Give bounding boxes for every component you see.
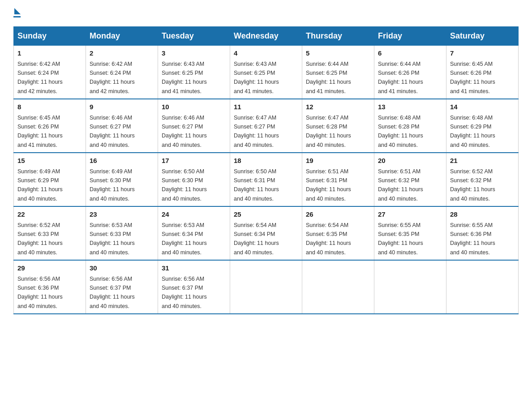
day-number: 12 <box>306 102 370 112</box>
day-cell: 11 Sunrise: 6:47 AMSunset: 6:27 PMDaylig… <box>230 99 302 153</box>
header-cell-thursday: Thursday <box>302 27 374 46</box>
day-info: Sunrise: 6:43 AMSunset: 6:25 PMDaylight:… <box>234 61 279 94</box>
day-info: Sunrise: 6:50 AMSunset: 6:31 PMDaylight:… <box>234 168 279 202</box>
page-header <box>13 9 519 17</box>
week-row-4: 22 Sunrise: 6:52 AMSunset: 6:33 PMDaylig… <box>14 206 519 260</box>
day-number: 3 <box>162 48 226 59</box>
day-info: Sunrise: 6:47 AMSunset: 6:28 PMDaylight:… <box>306 115 351 148</box>
day-number: 31 <box>162 263 226 274</box>
day-cell: 8 Sunrise: 6:45 AMSunset: 6:26 PMDayligh… <box>14 99 86 153</box>
day-info: Sunrise: 6:45 AMSunset: 6:26 PMDaylight:… <box>450 61 495 94</box>
day-info: Sunrise: 6:50 AMSunset: 6:30 PMDaylight:… <box>162 168 207 202</box>
day-info: Sunrise: 6:46 AMSunset: 6:27 PMDaylight:… <box>90 115 135 148</box>
day-cell: 6 Sunrise: 6:44 AMSunset: 6:26 PMDayligh… <box>374 46 446 99</box>
day-number: 29 <box>17 263 82 274</box>
day-info: Sunrise: 6:54 AMSunset: 6:35 PMDaylight:… <box>306 222 351 256</box>
header-cell-tuesday: Tuesday <box>158 27 230 46</box>
day-info: Sunrise: 6:44 AMSunset: 6:26 PMDaylight:… <box>378 61 423 94</box>
day-info: Sunrise: 6:47 AMSunset: 6:27 PMDaylight:… <box>234 115 279 148</box>
day-info: Sunrise: 6:43 AMSunset: 6:25 PMDaylight:… <box>162 61 207 94</box>
day-info: Sunrise: 6:54 AMSunset: 6:34 PMDaylight:… <box>234 222 279 256</box>
day-number: 9 <box>90 102 154 112</box>
day-info: Sunrise: 6:42 AMSunset: 6:24 PMDaylight:… <box>17 61 63 94</box>
day-cell: 21 Sunrise: 6:52 AMSunset: 6:32 PMDaylig… <box>446 153 519 206</box>
day-info: Sunrise: 6:53 AMSunset: 6:33 PMDaylight:… <box>90 222 135 256</box>
day-number: 17 <box>162 156 226 166</box>
day-info: Sunrise: 6:48 AMSunset: 6:28 PMDaylight:… <box>378 115 423 148</box>
day-number: 28 <box>450 210 515 220</box>
day-info: Sunrise: 6:53 AMSunset: 6:34 PMDaylight:… <box>162 222 207 256</box>
header-cell-saturday: Saturday <box>446 27 519 46</box>
day-cell: 17 Sunrise: 6:50 AMSunset: 6:30 PMDaylig… <box>158 153 230 206</box>
day-cell: 28 Sunrise: 6:55 AMSunset: 6:36 PMDaylig… <box>446 206 519 260</box>
day-number: 13 <box>378 102 442 112</box>
day-cell: 19 Sunrise: 6:51 AMSunset: 6:31 PMDaylig… <box>302 153 374 206</box>
day-cell: 2 Sunrise: 6:42 AMSunset: 6:24 PMDayligh… <box>86 46 158 99</box>
day-info: Sunrise: 6:51 AMSunset: 6:31 PMDaylight:… <box>306 168 351 202</box>
day-number: 15 <box>17 156 82 166</box>
day-cell: 14 Sunrise: 6:48 AMSunset: 6:29 PMDaylig… <box>446 99 519 153</box>
day-number: 7 <box>450 48 515 59</box>
day-cell: 25 Sunrise: 6:54 AMSunset: 6:34 PMDaylig… <box>230 206 302 260</box>
week-row-2: 8 Sunrise: 6:45 AMSunset: 6:26 PMDayligh… <box>14 99 519 153</box>
logo-triangle-icon <box>14 8 21 14</box>
day-number: 2 <box>90 48 154 59</box>
calendar-body: 1 Sunrise: 6:42 AMSunset: 6:24 PMDayligh… <box>14 46 519 314</box>
day-info: Sunrise: 6:52 AMSunset: 6:33 PMDaylight:… <box>17 222 63 256</box>
day-info: Sunrise: 6:49 AMSunset: 6:30 PMDaylight:… <box>90 168 135 202</box>
week-row-1: 1 Sunrise: 6:42 AMSunset: 6:24 PMDayligh… <box>14 46 519 99</box>
day-info: Sunrise: 6:46 AMSunset: 6:27 PMDaylight:… <box>162 115 207 148</box>
day-number: 11 <box>234 102 298 112</box>
day-cell: 26 Sunrise: 6:54 AMSunset: 6:35 PMDaylig… <box>302 206 374 260</box>
day-info: Sunrise: 6:44 AMSunset: 6:25 PMDaylight:… <box>306 61 351 94</box>
day-number: 26 <box>306 210 370 220</box>
day-cell: 27 Sunrise: 6:55 AMSunset: 6:35 PMDaylig… <box>374 206 446 260</box>
day-number: 16 <box>90 156 154 166</box>
day-cell: 22 Sunrise: 6:52 AMSunset: 6:33 PMDaylig… <box>14 206 86 260</box>
day-number: 22 <box>17 210 82 220</box>
day-info: Sunrise: 6:45 AMSunset: 6:26 PMDaylight:… <box>17 115 63 148</box>
day-cell: 20 Sunrise: 6:51 AMSunset: 6:32 PMDaylig… <box>374 153 446 206</box>
header-cell-wednesday: Wednesday <box>230 27 302 46</box>
header-cell-sunday: Sunday <box>14 27 86 46</box>
day-cell: 1 Sunrise: 6:42 AMSunset: 6:24 PMDayligh… <box>14 46 86 99</box>
day-info: Sunrise: 6:51 AMSunset: 6:32 PMDaylight:… <box>378 168 423 202</box>
day-info: Sunrise: 6:52 AMSunset: 6:32 PMDaylight:… <box>450 168 495 202</box>
calendar-header: SundayMondayTuesdayWednesdayThursdayFrid… <box>14 27 519 46</box>
logo <box>13 9 21 17</box>
week-row-5: 29 Sunrise: 6:56 AMSunset: 6:36 PMDaylig… <box>14 260 519 314</box>
day-cell: 18 Sunrise: 6:50 AMSunset: 6:31 PMDaylig… <box>230 153 302 206</box>
day-cell <box>374 260 446 314</box>
day-number: 23 <box>90 210 154 220</box>
day-cell: 10 Sunrise: 6:46 AMSunset: 6:27 PMDaylig… <box>158 99 230 153</box>
logo-underline <box>13 16 21 17</box>
day-cell: 5 Sunrise: 6:44 AMSunset: 6:25 PMDayligh… <box>302 46 374 99</box>
calendar-table: SundayMondayTuesdayWednesdayThursdayFrid… <box>13 26 519 314</box>
header-cell-monday: Monday <box>86 27 158 46</box>
day-info: Sunrise: 6:55 AMSunset: 6:35 PMDaylight:… <box>378 222 423 256</box>
day-number: 19 <box>306 156 370 166</box>
week-row-3: 15 Sunrise: 6:49 AMSunset: 6:29 PMDaylig… <box>14 153 519 206</box>
day-info: Sunrise: 6:56 AMSunset: 6:37 PMDaylight:… <box>90 276 135 309</box>
day-number: 30 <box>90 263 154 274</box>
day-cell: 13 Sunrise: 6:48 AMSunset: 6:28 PMDaylig… <box>374 99 446 153</box>
day-cell <box>446 260 519 314</box>
day-cell: 9 Sunrise: 6:46 AMSunset: 6:27 PMDayligh… <box>86 99 158 153</box>
day-number: 24 <box>162 210 226 220</box>
header-row: SundayMondayTuesdayWednesdayThursdayFrid… <box>14 27 519 46</box>
day-cell: 4 Sunrise: 6:43 AMSunset: 6:25 PMDayligh… <box>230 46 302 99</box>
day-cell <box>230 260 302 314</box>
day-number: 4 <box>234 48 298 59</box>
day-number: 5 <box>306 48 370 59</box>
day-number: 6 <box>378 48 442 59</box>
day-info: Sunrise: 6:42 AMSunset: 6:24 PMDaylight:… <box>90 61 135 94</box>
day-number: 10 <box>162 102 226 112</box>
day-info: Sunrise: 6:49 AMSunset: 6:29 PMDaylight:… <box>17 168 63 202</box>
day-number: 8 <box>17 102 82 112</box>
day-cell: 30 Sunrise: 6:56 AMSunset: 6:37 PMDaylig… <box>86 260 158 314</box>
day-number: 14 <box>450 102 515 112</box>
header-cell-friday: Friday <box>374 27 446 46</box>
day-info: Sunrise: 6:55 AMSunset: 6:36 PMDaylight:… <box>450 222 495 256</box>
day-number: 20 <box>378 156 442 166</box>
day-cell <box>302 260 374 314</box>
